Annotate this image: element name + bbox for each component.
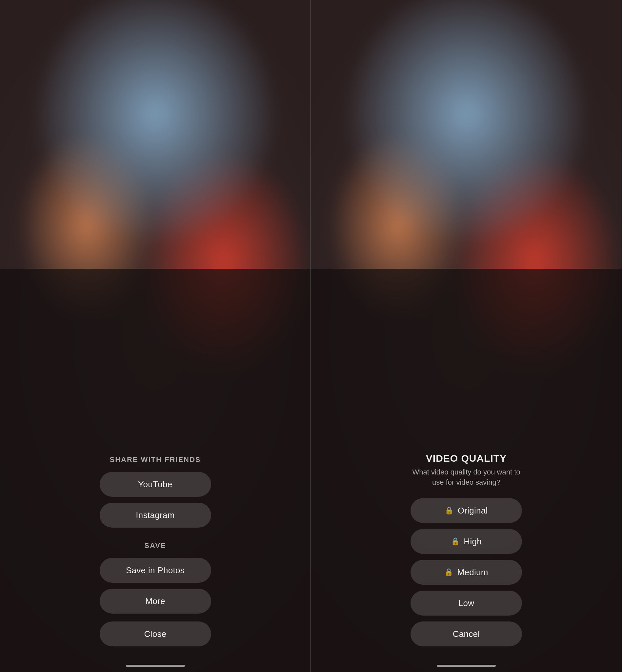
youtube-button[interactable]: YouTube (100, 472, 211, 497)
cancel-label: Cancel (453, 629, 480, 639)
high-lock-icon: 🔒 (451, 537, 460, 546)
low-button[interactable]: Low (411, 590, 522, 615)
cancel-button[interactable]: Cancel (411, 621, 522, 646)
left-content: SHARE WITH FRIENDS YouTube Instagram SAV… (0, 442, 311, 672)
original-lock-icon: 🔒 (445, 506, 453, 515)
high-button[interactable]: 🔒 High (411, 529, 522, 554)
youtube-label: YouTube (138, 479, 172, 489)
save-photos-button[interactable]: Save in Photos (100, 558, 211, 583)
save-photos-label: Save in Photos (126, 565, 184, 576)
save-section-label: SAVE (144, 541, 166, 550)
original-button[interactable]: 🔒 Original (411, 498, 522, 523)
medium-label: Medium (457, 567, 488, 577)
close-label: Close (144, 629, 167, 639)
right-panel: VIDEO QUALITY What video quality do you … (311, 0, 622, 672)
medium-lock-icon: 🔒 (444, 568, 453, 577)
low-label: Low (458, 598, 475, 608)
medium-button[interactable]: 🔒 Medium (411, 560, 522, 585)
close-button[interactable]: Close (100, 621, 211, 646)
original-label: Original (458, 506, 488, 516)
video-quality-title: VIDEO QUALITY (426, 453, 507, 464)
instagram-button[interactable]: Instagram (100, 503, 211, 527)
video-quality-subtitle: What video quality do you want to use fo… (411, 467, 522, 488)
home-indicator-right (437, 665, 496, 667)
instagram-label: Instagram (136, 510, 174, 520)
more-label: More (145, 596, 165, 606)
home-indicator-left (126, 665, 185, 667)
more-button[interactable]: More (100, 589, 211, 614)
left-panel: SHARE WITH FRIENDS YouTube Instagram SAV… (0, 0, 311, 672)
right-content: VIDEO QUALITY What video quality do you … (311, 440, 622, 672)
share-section-label: SHARE WITH FRIENDS (110, 455, 201, 464)
high-label: High (463, 537, 482, 547)
